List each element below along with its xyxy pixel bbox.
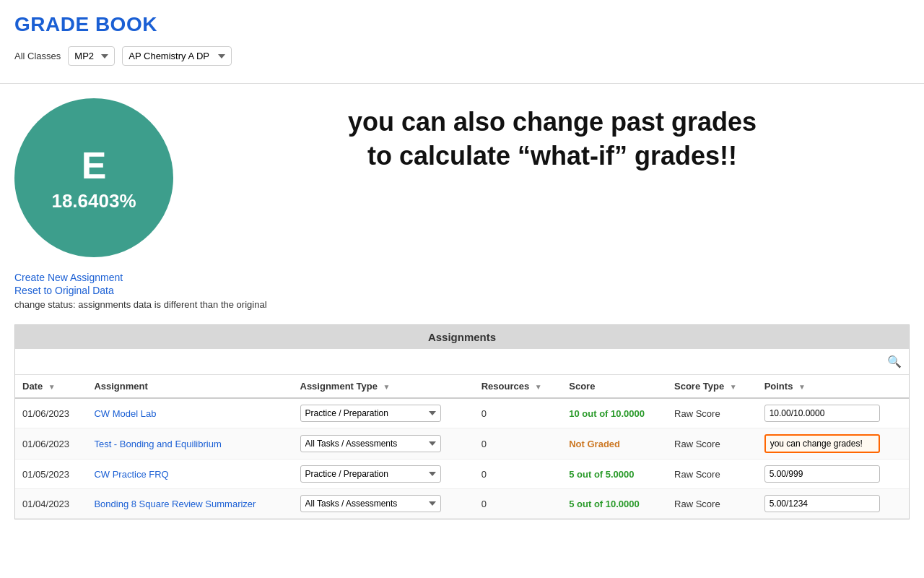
cell-points xyxy=(757,489,909,519)
search-bar: 🔍 xyxy=(15,349,909,375)
reset-data-link[interactable]: Reset to Original Data xyxy=(14,285,910,296)
assignment-link[interactable]: CW Practice FRQ xyxy=(94,469,168,480)
points-input[interactable] xyxy=(764,495,880,512)
col-score-type: Score Type ▼ xyxy=(667,375,757,398)
table-row: 01/06/2023CW Model LabPractice / Prepara… xyxy=(15,398,909,428)
table-body: 01/06/2023CW Model LabPractice / Prepara… xyxy=(15,398,909,519)
cell-resources: 0 xyxy=(474,428,562,460)
assignment-link[interactable]: Bonding 8 Square Review Summarizer xyxy=(94,499,256,509)
create-new-assignment-link[interactable]: Create New Assignment xyxy=(14,272,910,283)
cell-score: 5 out of 10.0000 xyxy=(562,489,667,519)
cell-date: 01/05/2023 xyxy=(15,460,87,489)
score-type-filter-icon[interactable]: ▼ xyxy=(730,383,737,391)
assignment-type-select[interactable]: Practice / PreparationAll Tasks / Assess… xyxy=(300,405,441,422)
cell-assignment-type: Practice / PreparationAll Tasks / Assess… xyxy=(293,460,474,489)
assignment-type-filter-icon[interactable]: ▼ xyxy=(383,383,391,391)
cell-date: 01/04/2023 xyxy=(15,489,87,519)
assignments-header: Assignments xyxy=(15,325,909,349)
points-input[interactable] xyxy=(764,434,880,453)
points-input[interactable] xyxy=(764,465,880,483)
cell-score-type: Raw Score xyxy=(667,398,757,428)
cell-points xyxy=(757,398,909,428)
grade-circle: E 18.6403% xyxy=(14,98,173,257)
cell-score-type: Raw Score xyxy=(667,489,757,519)
search-icon: 🔍 xyxy=(887,355,902,368)
points-input[interactable] xyxy=(764,405,880,422)
cell-resources: 0 xyxy=(474,489,562,519)
toolbar: All Classes MP2 MP1 MP3 MP4 AP Chemistry… xyxy=(14,46,910,66)
cell-assignment-type: Practice / PreparationAll Tasks / Assess… xyxy=(293,398,474,428)
resources-filter-icon[interactable]: ▼ xyxy=(535,383,542,391)
assignment-link[interactable]: Test - Bonding and Equilibrium xyxy=(94,439,221,449)
page-header: GRADE BOOK All Classes MP2 MP1 MP3 MP4 A… xyxy=(0,0,924,83)
cell-points xyxy=(757,460,909,489)
col-resources: Resources ▼ xyxy=(474,375,562,398)
change-status-text: change status: assignments data is diffe… xyxy=(14,299,910,310)
col-score: Score xyxy=(562,375,667,398)
assignments-table: Date ▼ Assignment Assignment Type ▼ Reso… xyxy=(15,375,909,519)
col-date: Date ▼ xyxy=(15,375,87,398)
cell-date: 01/06/2023 xyxy=(15,398,87,428)
grade-percent: 18.6403% xyxy=(51,190,136,212)
what-if-text-container: you can also change past grades to calcu… xyxy=(195,98,910,181)
table-header: Date ▼ Assignment Assignment Type ▼ Reso… xyxy=(15,375,909,398)
table-row: 01/05/2023CW Practice FRQPractice / Prep… xyxy=(15,460,909,489)
cell-points xyxy=(757,428,909,460)
grade-letter: E xyxy=(82,144,107,187)
cell-resources: 0 xyxy=(474,460,562,489)
actions-section: Create New Assignment Reset to Original … xyxy=(0,264,924,317)
col-assignment: Assignment xyxy=(87,375,292,398)
table-row: 01/06/2023Test - Bonding and Equilibrium… xyxy=(15,428,909,460)
cell-resources: 0 xyxy=(474,398,562,428)
date-filter-icon[interactable]: ▼ xyxy=(48,383,56,391)
cell-score: 5 out of 5.0000 xyxy=(562,460,667,489)
cell-assignment: Test - Bonding and Equilibrium xyxy=(87,428,292,460)
table-row: 01/04/2023Bonding 8 Square Review Summar… xyxy=(15,489,909,519)
all-classes-label: All Classes xyxy=(14,51,61,61)
cell-assignment-type: All Tasks / AssessmentsPractice / Prepar… xyxy=(293,489,474,519)
cell-assignment: CW Model Lab xyxy=(87,398,292,428)
cell-score: 10 out of 10.0000 xyxy=(562,398,667,428)
cell-score: Not Graded xyxy=(562,428,667,460)
cell-assignment-type: All Tasks / AssessmentsPractice / Prepar… xyxy=(293,428,474,460)
cell-date: 01/06/2023 xyxy=(15,428,87,460)
assignments-section: Assignments 🔍 Date ▼ Assignment Assignme… xyxy=(14,324,910,519)
class-select[interactable]: AP Chemistry A DP AP Chemistry B DP xyxy=(122,46,232,66)
cell-assignment: Bonding 8 Square Review Summarizer xyxy=(87,489,292,519)
main-content: E 18.6403% you can also change past grad… xyxy=(0,84,924,264)
assignment-type-select[interactable]: All Tasks / AssessmentsPractice / Prepar… xyxy=(300,495,441,512)
page-title: GRADE BOOK xyxy=(14,13,910,36)
points-filter-icon[interactable]: ▼ xyxy=(798,383,806,391)
cell-score-type: Raw Score xyxy=(667,428,757,460)
col-assignment-type: Assignment Type ▼ xyxy=(293,375,474,398)
assignment-link[interactable]: CW Model Lab xyxy=(94,408,156,419)
cell-assignment: CW Practice FRQ xyxy=(87,460,292,489)
col-points: Points ▼ xyxy=(757,375,909,398)
assignment-type-select[interactable]: All Tasks / AssessmentsPractice / Prepar… xyxy=(300,435,441,452)
what-if-message: you can also change past grades to calcu… xyxy=(348,105,757,173)
cell-score-type: Raw Score xyxy=(667,460,757,489)
period-select[interactable]: MP2 MP1 MP3 MP4 xyxy=(68,46,115,66)
assignment-type-select[interactable]: Practice / PreparationAll Tasks / Assess… xyxy=(300,465,441,483)
